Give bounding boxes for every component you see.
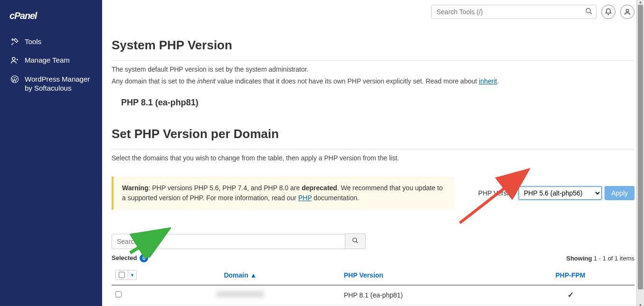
svg-point-5 — [626, 9, 628, 12]
user-menu-button[interactable] — [620, 5, 635, 19]
deprecation-warning: Warning: PHP versions PHP 5.6, PHP 7.4, … — [112, 176, 454, 210]
text-label: Showing — [566, 255, 592, 262]
scroll-up-icon: ▲ — [637, 0, 644, 3]
topbar — [102, 0, 644, 24]
apply-button[interactable]: Apply — [605, 186, 635, 200]
per-domain-desc: Select the domains that you wish to chan… — [112, 153, 635, 163]
domain-cell-redacted — [217, 291, 264, 297]
text-strong: deprecated — [302, 184, 337, 192]
header-checkbox-col: ▾ — [112, 265, 141, 285]
header-domain[interactable]: Domain — [141, 265, 340, 285]
php-docs-link[interactable]: PHP — [298, 194, 312, 202]
content-scroll: System PHP Version The system default PH… — [102, 24, 644, 306]
svg-point-1 — [12, 39, 13, 40]
selected-count-badge: 0 — [140, 254, 148, 262]
bell-icon — [605, 8, 612, 16]
selected-count-label: Selected 0 — [112, 254, 148, 262]
sidebar-item-label: Manage Team — [25, 56, 70, 65]
per-domain-title: Set PHP Version per Domain — [112, 127, 635, 141]
svg-text:cPanel: cPanel — [9, 10, 38, 21]
text-fragment: : PHP versions PHP 5.6, PHP 7.4, and PHP… — [148, 184, 302, 192]
domain-search-button[interactable] — [345, 233, 366, 249]
select-all-dropdown[interactable]: ▾ — [128, 270, 136, 279]
wordpress-icon — [10, 75, 19, 83]
search-tools-input[interactable] — [431, 5, 597, 19]
select-all-split: ▾ — [115, 270, 137, 280]
checkbox-input[interactable] — [119, 272, 125, 278]
scrollbar-thumb[interactable] — [638, 5, 643, 289]
domain-search-toolbar — [112, 233, 635, 249]
header-php-version[interactable]: PHP Version — [340, 265, 506, 285]
svg-point-2 — [12, 57, 15, 60]
php-version-cell: PHP 8.1 (ea-php81) — [340, 285, 506, 305]
main-content: System PHP Version The system default PH… — [102, 0, 644, 306]
sidebar-item-label: WordPress Manager by Softaculous — [25, 74, 92, 93]
sidebar-item-tools[interactable]: Tools — [0, 32, 102, 51]
text-fragment: . — [497, 77, 499, 85]
warning-label: Warning — [122, 184, 148, 192]
php-version-select-label: PHP Version — [478, 189, 516, 197]
search-tools-wrap — [431, 5, 597, 19]
tools-icon — [10, 37, 19, 46]
sidebar-item-wordpress-manager[interactable]: WordPress Manager by Softaculous — [0, 70, 102, 98]
select-all-checkbox[interactable] — [116, 270, 128, 279]
svg-point-4 — [586, 9, 590, 13]
inherit-link[interactable]: inherit — [479, 77, 497, 85]
text-fragment: Any domain that is set to the — [112, 77, 198, 85]
domains-table: ▾ Domain PHP Version PHP-FPM PHP 8.1 (ea… — [112, 265, 635, 305]
system-desc-1: The system default PHP version is set by… — [112, 65, 635, 74]
search-icon — [352, 237, 359, 244]
user-icon — [624, 8, 631, 16]
search-icon — [585, 8, 593, 15]
search-tools-button[interactable] — [583, 6, 595, 19]
text-fragment: value indicates that it does not have it… — [216, 77, 479, 85]
check-icon: ✓ — [568, 291, 574, 299]
divider — [112, 149, 635, 149]
team-icon — [10, 56, 19, 65]
system-desc-2: Any domain that is set to the inherit va… — [112, 76, 635, 86]
text-value: 1 - 1 of 1 items — [594, 255, 635, 262]
domain-search-input[interactable] — [112, 234, 345, 249]
row-checkbox[interactable] — [115, 291, 122, 297]
header-php-fpm[interactable]: PHP-FPM — [506, 265, 635, 285]
svg-point-6 — [353, 238, 357, 242]
showing-label: Showing 1 - 1 of 1 items — [566, 255, 635, 262]
system-php-value: PHP 8.1 (ea-php81) — [112, 88, 635, 112]
text-emphasis: inherit — [198, 77, 216, 85]
text-label: Selected — [112, 254, 137, 261]
text-fragment: documentation. — [312, 194, 359, 202]
table-row: PHP 8.1 (ea-php81) ✓ — [112, 285, 635, 305]
notifications-button[interactable] — [601, 5, 616, 19]
php-version-apply-row: PHP Version PHP 5.6 (alt-php56) Apply — [478, 186, 635, 200]
selection-summary-row: Selected 0 Showing 1 - 1 of 1 items — [112, 254, 635, 262]
system-php-version-title: System PHP Version — [112, 38, 635, 53]
php-version-select[interactable]: PHP 5.6 (alt-php56) — [519, 186, 602, 200]
sidebar-item-label: Tools — [25, 37, 41, 46]
divider — [112, 60, 635, 61]
vertical-scrollbar[interactable]: ▲ ▼ — [636, 0, 644, 306]
brand-logo[interactable]: cPanel — [0, 5, 102, 32]
sidebar: cPanel Tools Manage Team WordPress Manag… — [0, 0, 102, 306]
scroll-down-icon: ▼ — [637, 303, 644, 306]
sidebar-item-manage-team[interactable]: Manage Team — [0, 51, 102, 70]
